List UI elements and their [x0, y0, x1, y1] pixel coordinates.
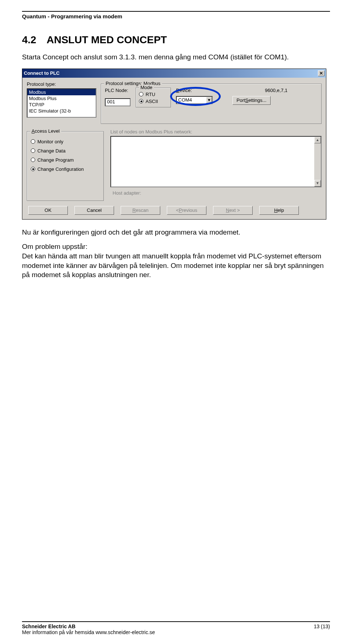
scrollbar[interactable]: ▲ ▼ — [314, 137, 321, 187]
access-option-label: Change Data — [37, 148, 66, 154]
access-changeprogram-radio[interactable]: Change Program — [31, 157, 100, 163]
nodes-list-label: List of nodes on Modbus Plus network: — [110, 129, 322, 135]
access-monitor-radio[interactable]: Monitor only — [31, 139, 100, 144]
ok-button[interactable]: OK — [28, 206, 68, 215]
next-button[interactable]: Next > — [213, 206, 253, 215]
list-item[interactable]: Modbus — [27, 89, 96, 95]
mode-legend: Mode — [139, 85, 154, 90]
list-item[interactable]: TCP/IP — [27, 102, 96, 108]
dialog-titlebar: Connect to PLC ✕ — [22, 69, 326, 78]
post-paragraph-2: Om problem uppstår: Det kan hända att ma… — [22, 242, 330, 280]
access-option-label: Change Program — [37, 157, 74, 163]
scroll-up-icon[interactable]: ▲ — [314, 137, 321, 143]
footer-info: Mer information på vår hemsida www.schne… — [22, 629, 155, 635]
help-button[interactable]: Help — [259, 206, 299, 215]
access-level-legend: Access Level — [30, 128, 61, 134]
access-changeconfig-radio[interactable]: Change Configuration — [31, 166, 100, 172]
port-info-text: 9600,e,7,1 — [232, 88, 287, 93]
chevron-down-icon[interactable]: ▾ — [206, 97, 212, 103]
footer-page: 13 (13) — [314, 623, 330, 635]
port-settings-button[interactable]: Port Settings... — [232, 96, 271, 105]
host-adapter-label: Host adapter: — [113, 190, 322, 196]
mode-rtu-label: RTU — [146, 92, 155, 97]
protocol-listbox[interactable]: Modbus Modbus Plus TCP/IP IEC Simulator … — [27, 88, 96, 118]
plc-node-input[interactable]: 001 — [105, 98, 131, 106]
device-value: COM4 — [178, 97, 192, 103]
dialog-screenshot: Connect to PLC ✕ Protocol type: Modbus M… — [22, 69, 330, 220]
radio-icon — [31, 139, 35, 144]
rescan-button[interactable]: Rescan — [121, 206, 160, 215]
post-paragraph-1: Nu är konfigureringen gjord och det går … — [22, 228, 330, 237]
list-item[interactable]: Modbus Plus — [27, 95, 96, 102]
nodes-listbox: ▲ ▼ — [110, 136, 322, 187]
protocol-type-label: Protocol type: — [27, 81, 96, 87]
scroll-down-icon[interactable]: ▼ — [314, 180, 321, 187]
access-changedata-radio[interactable]: Change Data — [31, 148, 100, 154]
radio-icon — [31, 167, 35, 171]
intro-paragraph: Starta Concept och anslut som 3.1.3. men… — [22, 52, 330, 62]
section-number: 4.2 — [22, 34, 36, 46]
plc-node-label: PLC Node: — [105, 88, 131, 93]
mode-ascii-radio[interactable]: ASCII — [139, 99, 168, 104]
list-item[interactable]: IEC Simulator (32-b — [27, 108, 96, 114]
section-heading: 4.2ANSLUT MED CONCEPT — [22, 34, 330, 46]
section-title: ANSLUT MED CONCEPT — [47, 34, 167, 45]
access-option-label: Monitor only — [37, 139, 63, 144]
close-icon[interactable]: ✕ — [318, 70, 324, 76]
access-option-label: Change Configuration — [37, 166, 84, 172]
previous-button[interactable]: < Previous — [167, 206, 206, 215]
footer-left: Schneider Electric AB Mer information på… — [22, 623, 155, 635]
device-combo[interactable]: COM4 ▾ — [176, 96, 213, 104]
footer-company: Schneider Electric AB — [22, 623, 76, 629]
radio-icon — [31, 148, 35, 153]
mode-rtu-radio[interactable]: RTU — [139, 92, 168, 97]
mode-ascii-label: ASCII — [146, 99, 158, 104]
cancel-button[interactable]: Cancel — [74, 206, 114, 215]
doc-header: Quantum - Programmering via modem — [22, 13, 330, 19]
radio-icon — [31, 158, 35, 162]
radio-icon — [139, 92, 143, 96]
dialog-title: Connect to PLC — [24, 70, 60, 76]
radio-icon — [139, 99, 143, 103]
device-label: Device: — [176, 88, 227, 93]
